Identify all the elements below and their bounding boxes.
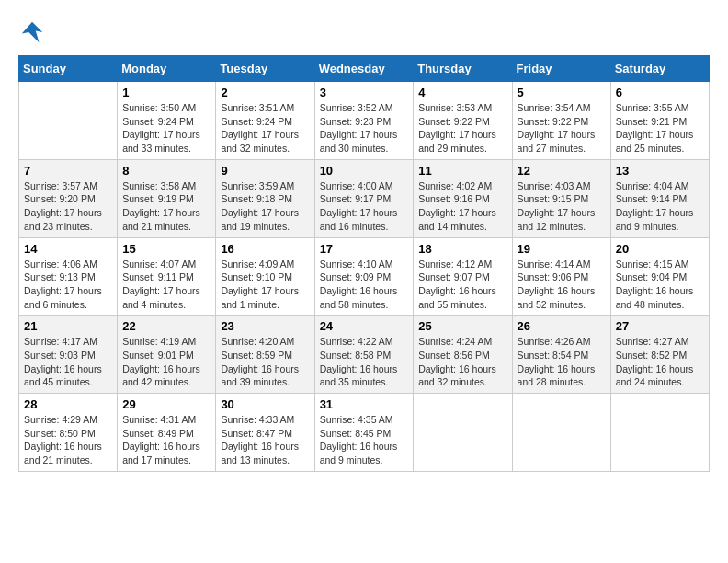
- day-number: 3: [320, 86, 409, 99]
- calendar-cell: 27Sunrise: 4:27 AM Sunset: 8:52 PM Dayli…: [610, 316, 709, 394]
- day-info: Sunrise: 4:26 AM Sunset: 8:54 PM Dayligh…: [518, 335, 606, 389]
- weekday-header-row: SundayMondayTuesdayWednesdayThursdayFrid…: [19, 56, 710, 82]
- calendar-cell: 15Sunrise: 4:07 AM Sunset: 9:11 PM Dayli…: [118, 237, 216, 316]
- week-row-1: 1Sunrise: 3:50 AM Sunset: 9:24 PM Daylig…: [19, 82, 710, 160]
- day-number: 17: [320, 242, 409, 256]
- calendar-cell: 29Sunrise: 4:31 AM Sunset: 8:49 PM Dayli…: [118, 394, 216, 472]
- calendar-cell: 3Sunrise: 3:52 AM Sunset: 9:23 PM Daylig…: [314, 82, 414, 160]
- week-row-2: 7Sunrise: 3:57 AM Sunset: 9:20 PM Daylig…: [19, 159, 710, 237]
- weekday-header-sunday: Sunday: [19, 56, 118, 82]
- day-info: Sunrise: 4:20 AM Sunset: 8:59 PM Dayligh…: [221, 335, 309, 389]
- week-row-4: 21Sunrise: 4:17 AM Sunset: 9:03 PM Dayli…: [19, 316, 710, 394]
- day-info: Sunrise: 4:35 AM Sunset: 8:45 PM Dayligh…: [320, 413, 409, 467]
- day-number: 25: [418, 319, 506, 333]
- day-info: Sunrise: 3:57 AM Sunset: 9:20 PM Dayligh…: [24, 179, 112, 234]
- day-number: 15: [122, 242, 210, 256]
- day-number: 5: [518, 86, 606, 99]
- day-info: Sunrise: 4:33 AM Sunset: 8:47 PM Dayligh…: [221, 413, 309, 467]
- day-number: 13: [616, 164, 704, 178]
- day-number: 23: [221, 319, 309, 333]
- calendar-cell: 25Sunrise: 4:24 AM Sunset: 8:56 PM Dayli…: [414, 316, 512, 394]
- day-info: Sunrise: 4:12 AM Sunset: 9:07 PM Dayligh…: [418, 258, 506, 312]
- day-number: 1: [122, 86, 210, 99]
- calendar-cell: 12Sunrise: 4:03 AM Sunset: 9:15 PM Dayli…: [512, 159, 610, 237]
- weekday-header-monday: Monday: [118, 56, 216, 82]
- day-info: Sunrise: 4:04 AM Sunset: 9:14 PM Dayligh…: [616, 179, 704, 234]
- day-number: 22: [122, 319, 210, 333]
- day-info: Sunrise: 4:15 AM Sunset: 9:04 PM Dayligh…: [616, 258, 704, 312]
- calendar-cell: 7Sunrise: 3:57 AM Sunset: 9:20 PM Daylig…: [19, 159, 118, 237]
- day-number: 8: [122, 164, 210, 178]
- day-info: Sunrise: 3:58 AM Sunset: 9:19 PM Dayligh…: [122, 179, 210, 234]
- day-info: Sunrise: 4:24 AM Sunset: 8:56 PM Dayligh…: [418, 335, 506, 389]
- weekday-header-wednesday: Wednesday: [314, 56, 414, 82]
- day-number: 20: [616, 242, 704, 256]
- day-info: Sunrise: 4:27 AM Sunset: 8:52 PM Dayligh…: [616, 335, 704, 389]
- day-number: 11: [418, 164, 506, 178]
- day-info: Sunrise: 3:52 AM Sunset: 9:23 PM Dayligh…: [320, 101, 409, 155]
- calendar-cell: 24Sunrise: 4:22 AM Sunset: 8:58 PM Dayli…: [314, 316, 414, 394]
- weekday-header-saturday: Saturday: [610, 56, 709, 82]
- calendar-cell: 18Sunrise: 4:12 AM Sunset: 9:07 PM Dayli…: [414, 237, 512, 316]
- calendar-cell: [610, 394, 709, 472]
- day-info: Sunrise: 4:06 AM Sunset: 9:13 PM Dayligh…: [24, 258, 112, 312]
- day-number: 21: [24, 319, 112, 333]
- day-number: 19: [518, 242, 606, 256]
- calendar-cell: 8Sunrise: 3:58 AM Sunset: 9:19 PM Daylig…: [118, 159, 216, 237]
- calendar-cell: 16Sunrise: 4:09 AM Sunset: 9:10 PM Dayli…: [216, 237, 314, 316]
- day-number: 16: [221, 242, 309, 256]
- day-info: Sunrise: 4:09 AM Sunset: 9:10 PM Dayligh…: [221, 258, 309, 312]
- day-info: Sunrise: 4:03 AM Sunset: 9:15 PM Dayligh…: [518, 179, 606, 234]
- day-number: 27: [616, 319, 704, 333]
- day-number: 28: [24, 397, 112, 411]
- day-info: Sunrise: 3:51 AM Sunset: 9:24 PM Dayligh…: [221, 101, 309, 155]
- day-info: Sunrise: 3:54 AM Sunset: 9:22 PM Dayligh…: [518, 101, 606, 155]
- day-info: Sunrise: 4:19 AM Sunset: 9:01 PM Dayligh…: [122, 335, 210, 389]
- calendar-cell: 17Sunrise: 4:10 AM Sunset: 9:09 PM Dayli…: [314, 237, 414, 316]
- calendar-cell: 20Sunrise: 4:15 AM Sunset: 9:04 PM Dayli…: [610, 237, 709, 316]
- calendar-cell: [19, 82, 118, 160]
- logo: [18, 18, 50, 46]
- calendar-cell: 10Sunrise: 4:00 AM Sunset: 9:17 PM Dayli…: [314, 159, 414, 237]
- day-number: 7: [24, 164, 112, 178]
- calendar-cell: 6Sunrise: 3:55 AM Sunset: 9:21 PM Daylig…: [610, 82, 709, 160]
- day-number: 12: [518, 164, 606, 178]
- day-info: Sunrise: 3:59 AM Sunset: 9:18 PM Dayligh…: [221, 179, 309, 234]
- calendar-cell: 13Sunrise: 4:04 AM Sunset: 9:14 PM Dayli…: [610, 159, 709, 237]
- page-header: [18, 18, 710, 46]
- svg-marker-0: [22, 22, 43, 43]
- day-info: Sunrise: 4:07 AM Sunset: 9:11 PM Dayligh…: [122, 258, 210, 312]
- calendar-cell: 19Sunrise: 4:14 AM Sunset: 9:06 PM Dayli…: [512, 237, 610, 316]
- calendar-cell: 9Sunrise: 3:59 AM Sunset: 9:18 PM Daylig…: [216, 159, 314, 237]
- day-number: 14: [24, 242, 112, 256]
- day-number: 18: [418, 242, 506, 256]
- logo-icon: [18, 18, 46, 46]
- day-info: Sunrise: 3:50 AM Sunset: 9:24 PM Dayligh…: [122, 101, 210, 155]
- day-number: 10: [320, 164, 409, 178]
- calendar-cell: 4Sunrise: 3:53 AM Sunset: 9:22 PM Daylig…: [414, 82, 512, 160]
- calendar-cell: 26Sunrise: 4:26 AM Sunset: 8:54 PM Dayli…: [512, 316, 610, 394]
- calendar-cell: [414, 394, 512, 472]
- day-number: 4: [418, 86, 506, 99]
- day-info: Sunrise: 3:55 AM Sunset: 9:21 PM Dayligh…: [616, 101, 704, 155]
- calendar-cell: [512, 394, 610, 472]
- weekday-header-thursday: Thursday: [414, 56, 512, 82]
- day-info: Sunrise: 4:10 AM Sunset: 9:09 PM Dayligh…: [320, 258, 409, 312]
- calendar-cell: 21Sunrise: 4:17 AM Sunset: 9:03 PM Dayli…: [19, 316, 118, 394]
- day-info: Sunrise: 4:14 AM Sunset: 9:06 PM Dayligh…: [518, 258, 606, 312]
- calendar-cell: 28Sunrise: 4:29 AM Sunset: 8:50 PM Dayli…: [19, 394, 118, 472]
- day-info: Sunrise: 4:17 AM Sunset: 9:03 PM Dayligh…: [24, 335, 112, 389]
- weekday-header-tuesday: Tuesday: [216, 56, 314, 82]
- day-number: 30: [221, 397, 309, 411]
- day-number: 2: [221, 86, 309, 99]
- day-info: Sunrise: 4:02 AM Sunset: 9:16 PM Dayligh…: [418, 179, 506, 234]
- week-row-5: 28Sunrise: 4:29 AM Sunset: 8:50 PM Dayli…: [19, 394, 710, 472]
- day-info: Sunrise: 4:29 AM Sunset: 8:50 PM Dayligh…: [24, 413, 112, 467]
- day-info: Sunrise: 4:00 AM Sunset: 9:17 PM Dayligh…: [320, 179, 409, 234]
- day-number: 26: [518, 319, 606, 333]
- day-number: 6: [616, 86, 704, 99]
- calendar-cell: 14Sunrise: 4:06 AM Sunset: 9:13 PM Dayli…: [19, 237, 118, 316]
- calendar-cell: 22Sunrise: 4:19 AM Sunset: 9:01 PM Dayli…: [118, 316, 216, 394]
- calendar-cell: 11Sunrise: 4:02 AM Sunset: 9:16 PM Dayli…: [414, 159, 512, 237]
- calendar-cell: 23Sunrise: 4:20 AM Sunset: 8:59 PM Dayli…: [216, 316, 314, 394]
